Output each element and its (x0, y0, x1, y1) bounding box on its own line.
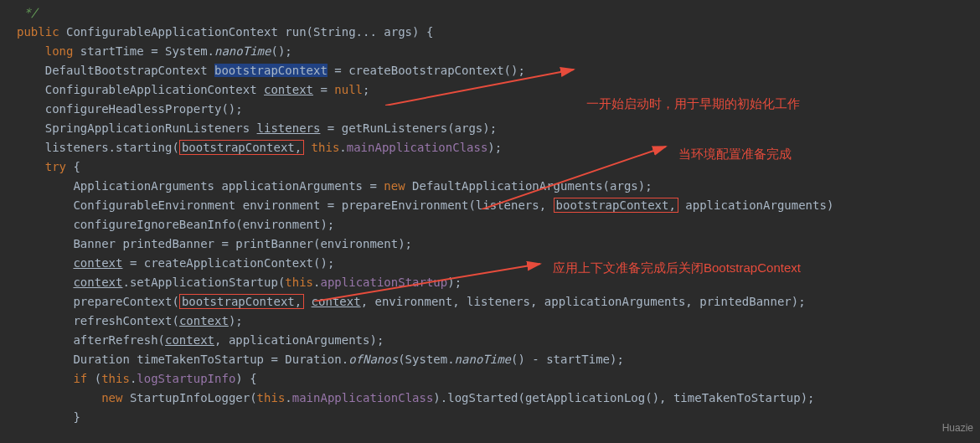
field: mainApplicationClass (347, 141, 488, 154)
code-text (17, 160, 45, 173)
watermark: Huazie (942, 419, 973, 438)
comment: */ (17, 6, 38, 19)
code-text: = (313, 83, 334, 96)
code-text: startTime = System. (73, 44, 214, 58)
code-text: StartupInfoLogger( (122, 391, 256, 404)
field: mainApplicationClass (292, 391, 434, 404)
code-editor[interactable]: */ public ConfigurableApplicationContext… (0, 3, 980, 427)
annotation-text: 应用上下文准备完成后关闭BootstrapContext (553, 258, 801, 277)
variable: context (73, 276, 122, 289)
variable: context (312, 295, 361, 308)
code-text (17, 372, 73, 385)
code-text: = getRunListeners(args); (320, 121, 497, 135)
code-text: configureIgnoreBeanInfo(environment); (17, 218, 334, 231)
code-text: (); (271, 44, 291, 58)
highlighted-box: bootstrapContext, (179, 294, 304, 309)
params: (String... args) { (307, 25, 434, 39)
code-text: prepareContext( (17, 295, 179, 308)
highlighted-box: bootstrapContext, (179, 140, 304, 155)
variable: context (165, 333, 214, 347)
field: logStartupInfo (137, 372, 235, 385)
variable: context (73, 256, 122, 270)
code-text: refreshContext( (17, 314, 179, 327)
keyword-null: null (334, 83, 363, 96)
code-text: , environment, listeners, applicationArg… (361, 295, 806, 308)
code-text: Duration timeTakenToStartup = Duration. (17, 353, 348, 366)
variable: listeners (257, 121, 321, 135)
code-text: SpringApplicationRunListeners (17, 121, 257, 135)
code-text: afterRefresh( (17, 333, 165, 347)
code-text: (System. (398, 353, 454, 366)
code-text: ; (363, 83, 369, 96)
highlighted-box: bootstrapContext, (554, 198, 678, 213)
code-text: ); (447, 276, 462, 289)
code-text: . (285, 391, 291, 404)
code-text (17, 276, 73, 289)
code-text: applicationArguments) (678, 198, 833, 212)
code-text (304, 295, 311, 308)
code-text: ) { (235, 372, 256, 385)
code-text: DefaultBootstrapContext (17, 64, 214, 77)
keyword-new: new (101, 391, 122, 404)
code-text: = createApplicationContext(); (122, 256, 334, 270)
code-text: ApplicationArguments applicationArgument… (17, 179, 384, 193)
code-text: ).logStarted(getApplicationLog(), timeTa… (433, 391, 814, 404)
keyword-long: long (45, 44, 74, 58)
code-text (17, 44, 45, 58)
keyword-if: if (73, 372, 87, 385)
code-text: configureHeadlessProperty(); (17, 102, 243, 116)
keyword-this: this (285, 276, 313, 289)
code-text: Banner printedBanner = printBanner(envir… (17, 237, 412, 250)
static-method: ofNanos (348, 353, 398, 366)
variable: context (264, 83, 313, 96)
code-text: .setApplicationStartup( (122, 276, 285, 289)
code-text: , applicationArguments); (214, 333, 384, 347)
code-text: . (339, 141, 346, 154)
code-text: ( (87, 372, 101, 385)
field: applicationStartup (320, 276, 447, 289)
annotation-text: 当环境配置准备完成 (678, 144, 792, 163)
keyword-try: try (45, 160, 66, 173)
code-text: ); (487, 141, 502, 154)
return-type: ConfigurableApplicationContext (59, 25, 286, 39)
selected-text[interactable]: bootstrapContext (214, 64, 328, 77)
code-text: ); (229, 314, 243, 327)
keyword-this: this (257, 391, 286, 404)
keyword-this: this (101, 372, 130, 385)
keyword-public: public (17, 25, 59, 39)
code-text: listeners.starting( (17, 141, 179, 154)
annotation-text: 一开始启动时，用于早期的初始化工作 (586, 94, 800, 113)
method-name: run (285, 25, 306, 39)
code-text: DefaultApplicationArguments(args); (405, 179, 652, 193)
code-text: } (17, 410, 80, 424)
code-text: () - startTime); (511, 353, 624, 366)
code-text (17, 256, 73, 270)
keyword-this: this (312, 141, 340, 154)
variable: context (179, 314, 229, 327)
code-text: ConfigurableApplicationContext (17, 83, 264, 96)
code-text (17, 391, 101, 404)
code-text: { (66, 160, 80, 173)
code-text: = createBootstrapContext(); (328, 64, 525, 77)
static-method: nanoTime (214, 44, 271, 58)
code-text (304, 141, 311, 154)
static-method: nanoTime (455, 353, 511, 366)
code-text: ConfigurableEnvironment environment = pr… (17, 198, 554, 212)
keyword-new: new (384, 179, 405, 193)
